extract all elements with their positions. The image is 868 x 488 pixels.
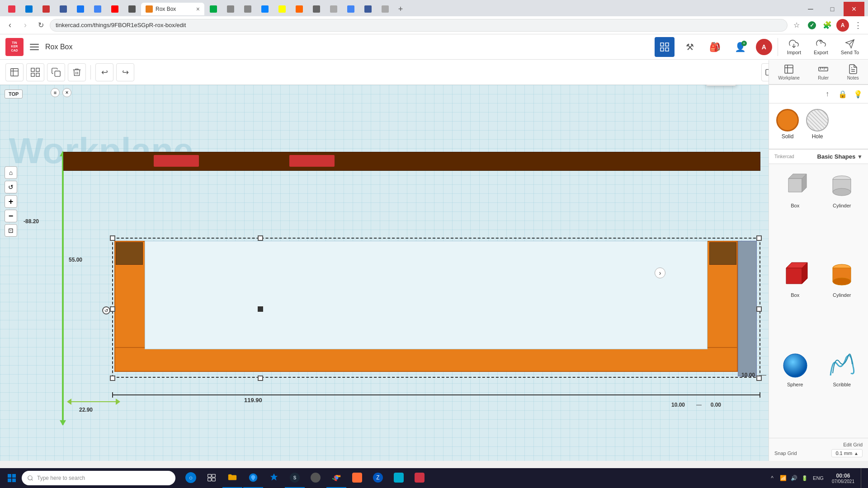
rotate-handle[interactable]: ↺: [102, 306, 110, 314]
tray-keyboard[interactable]: ENG: [811, 475, 826, 481]
tab[interactable]: [291, 3, 307, 15]
taskbar-app-chrome[interactable]: [326, 468, 346, 488]
bag-button[interactable]: 🎒: [705, 37, 725, 57]
shape-item-sphere[interactable]: Sphere: [774, 348, 816, 432]
tab[interactable]: [343, 3, 359, 15]
prop-icon-1[interactable]: ↑: [821, 88, 834, 100]
user-avatar[interactable]: A: [756, 39, 772, 55]
import-button[interactable]: Import: [783, 37, 805, 57]
shape-item-gray-cylinder[interactable]: Cylinder: [821, 169, 863, 253]
workplane-icon[interactable]: ≡: [51, 88, 60, 97]
taskbar-app-steam[interactable]: S: [285, 468, 305, 488]
handle-tc[interactable]: [258, 235, 263, 241]
handle-bl[interactable]: [110, 375, 115, 381]
zoom-out-button[interactable]: −: [5, 210, 17, 222]
tab[interactable]: [274, 3, 290, 15]
extension-check[interactable]: ✓: [806, 19, 818, 32]
taskbar-app-store[interactable]: [264, 468, 284, 488]
edit-grid-btn[interactable]: Edit Grid: [774, 442, 863, 447]
canvas-area[interactable]: Workplane TOP × ≡ ⌂ ↺ + − ⊡: [0, 85, 769, 461]
prop-icon-3[interactable]: 💡: [852, 88, 864, 100]
panel-toggle-chevron[interactable]: ›: [655, 267, 665, 278]
taskbar-app-explorer[interactable]: [222, 468, 242, 488]
tools-button[interactable]: ⚒: [680, 37, 700, 57]
new-tab-button[interactable]: +: [394, 3, 407, 15]
taskbar-app-6[interactable]: [306, 468, 326, 488]
taskbar-app-taskview[interactable]: [202, 468, 222, 488]
close-button[interactable]: ×: [844, 2, 864, 16]
show-desktop[interactable]: [861, 468, 864, 488]
tab[interactable]: [4, 3, 20, 15]
copy-tool-button[interactable]: [47, 63, 65, 81]
tray-sound[interactable]: 🔊: [789, 474, 798, 483]
maximize-button[interactable]: □: [822, 2, 843, 16]
minimize-button[interactable]: ─: [800, 2, 821, 16]
add-user-button[interactable]: 👤+: [731, 37, 750, 57]
profile-button[interactable]: A: [836, 19, 849, 32]
tab[interactable]: [222, 3, 239, 15]
taskbar-app-cortana[interactable]: ○: [181, 468, 201, 488]
tab[interactable]: [360, 3, 376, 15]
bookmark-button[interactable]: ☆: [790, 19, 803, 32]
rotate-button[interactable]: ↺: [5, 181, 17, 193]
handle-ml[interactable]: [110, 306, 115, 312]
zoom-in-button[interactable]: +: [5, 195, 17, 208]
tab[interactable]: [55, 3, 71, 15]
handle-mr[interactable]: [756, 306, 762, 312]
handle-tl[interactable]: [110, 235, 115, 241]
workplane-tool-button[interactable]: [5, 63, 24, 81]
tab[interactable]: [90, 3, 106, 15]
taskbar-app-11[interactable]: [410, 468, 429, 488]
tab[interactable]: [72, 3, 89, 15]
forward-button[interactable]: ›: [19, 19, 32, 32]
send-to-button[interactable]: Send To: [837, 37, 863, 57]
clock[interactable]: 00:06 07/06/2021: [828, 473, 858, 484]
hole-option[interactable]: Hole: [806, 109, 829, 140]
tab[interactable]: [124, 3, 140, 15]
tinkercad-logo[interactable]: TINKERCAD: [5, 38, 24, 56]
undo-tool-button[interactable]: ↩: [95, 63, 113, 81]
shape-item-gray-box[interactable]: Box: [774, 169, 816, 253]
workplane-nav-item[interactable]: Workplane: [776, 62, 802, 82]
tab[interactable]: [257, 3, 273, 15]
address-bar[interactable]: tinkercad.com/things/9FBOR1eSGpR-rox-box…: [50, 19, 788, 32]
ruler-nav-item[interactable]: Ruler: [816, 62, 830, 82]
handle-bc[interactable]: [258, 375, 263, 381]
shape-item-red-box[interactable]: Box: [774, 259, 816, 343]
notes-nav-item[interactable]: Notes: [845, 62, 861, 82]
tab[interactable]: [308, 3, 325, 15]
export-button[interactable]: Export: [810, 37, 832, 57]
tray-network[interactable]: 📶: [778, 474, 788, 483]
taskbar-search[interactable]: Type here to search: [22, 471, 175, 485]
back-button[interactable]: ‹: [4, 19, 16, 32]
solid-option[interactable]: Solid: [776, 109, 799, 140]
tab[interactable]: [38, 3, 54, 15]
tab-close-btn[interactable]: ×: [196, 5, 200, 13]
hamburger-menu[interactable]: [28, 41, 41, 53]
redo-tool-button[interactable]: ↪: [116, 63, 134, 81]
workplane-close-button[interactable]: ×: [62, 88, 71, 97]
shape-item-scribble[interactable]: Scribble: [821, 348, 863, 432]
prop-icon-2[interactable]: 🔒: [836, 88, 849, 100]
grid-view-button[interactable]: [655, 37, 675, 57]
tab[interactable]: [21, 3, 37, 15]
settings-button[interactable]: ⋮: [852, 19, 864, 32]
group-tool-button[interactable]: [26, 63, 44, 81]
taskbar-app-9[interactable]: Z: [368, 468, 388, 488]
tab[interactable]: [205, 3, 222, 15]
handle-mc[interactable]: [258, 306, 263, 312]
tab[interactable]: [107, 3, 123, 15]
handle-tr[interactable]: [756, 235, 762, 241]
tab[interactable]: [326, 3, 342, 15]
shapes-dropdown-btn[interactable]: Basic Shapes ▼: [817, 153, 863, 160]
snap-value-btn[interactable]: 0.1 mm ▲: [831, 449, 863, 457]
fit-view-button[interactable]: ⊡: [5, 224, 17, 237]
tray-battery[interactable]: 🔋: [800, 474, 809, 483]
reload-button[interactable]: ↻: [34, 19, 47, 32]
taskbar-app-8[interactable]: [347, 468, 367, 488]
tray-chevron[interactable]: ^: [768, 474, 777, 483]
tab[interactable]: [377, 3, 393, 15]
start-button[interactable]: [4, 470, 20, 486]
extensions-button[interactable]: 🧩: [821, 19, 834, 32]
taskbar-app-10[interactable]: [389, 468, 409, 488]
